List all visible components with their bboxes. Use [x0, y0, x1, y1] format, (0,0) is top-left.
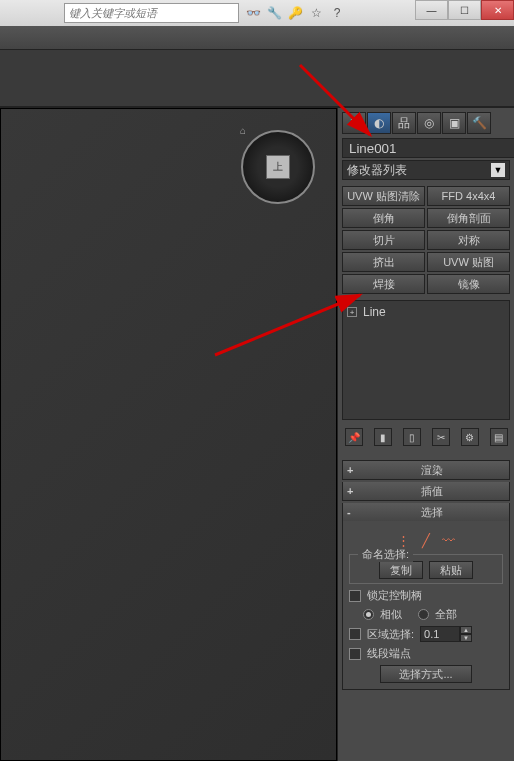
modifier-stack[interactable]: + Line: [342, 300, 510, 420]
sun-icon: ✳: [349, 116, 359, 130]
btn-uvw-clear[interactable]: UVW 贴图清除: [342, 186, 425, 206]
area-select-checkbox[interactable]: [349, 628, 361, 640]
tab-motion[interactable]: ◎: [417, 112, 441, 134]
plus-icon: +: [347, 464, 359, 476]
stack-item-line[interactable]: + Line: [347, 305, 505, 319]
command-panel: ✳ ◐ 品 ◎ ▣ 🔨 修改器列表 ▼ UVW 贴图清除 FFD 4x4x4 倒…: [337, 108, 514, 761]
tab-hierarchy[interactable]: 品: [392, 112, 416, 134]
hierarchy-icon: 品: [398, 115, 410, 132]
area-select-input[interactable]: [420, 626, 460, 642]
segment-end-row: 线段端点: [349, 646, 503, 661]
btn-mirror[interactable]: 镜像: [427, 274, 510, 294]
rollout-render: + 渲染: [342, 460, 510, 480]
spinner-down-icon[interactable]: ▼: [460, 634, 472, 642]
btn-symmetry[interactable]: 对称: [427, 230, 510, 250]
rollout-select-title: 选择: [359, 505, 505, 520]
rollout-render-header[interactable]: + 渲染: [343, 461, 509, 479]
area-select-spinner[interactable]: ▲ ▼: [420, 626, 472, 642]
object-name-input[interactable]: [342, 138, 514, 158]
modifier-buttons: UVW 贴图清除 FFD 4x4x4 倒角 倒角剖面 切片 对称 挤出 UVW …: [342, 186, 510, 294]
named-selection-fieldset: 命名选择: 复制 粘贴: [349, 554, 503, 584]
segment-end-label: 线段端点: [367, 646, 411, 661]
pin-stack-icon[interactable]: 📌: [345, 428, 363, 446]
lock-handles-row: 锁定控制柄: [349, 588, 503, 603]
rainbow-icon: ◐: [374, 116, 384, 130]
show-result-icon[interactable]: ▮: [374, 428, 392, 446]
area-select-row: 区域选择: ▲ ▼: [349, 626, 503, 642]
make-unique-icon[interactable]: ▯: [403, 428, 421, 446]
segment-icon[interactable]: ╱: [422, 533, 430, 548]
plus-icon: +: [347, 485, 359, 497]
viewcube[interactable]: ⌂ 上: [238, 127, 318, 207]
btn-ffd[interactable]: FFD 4x4x4: [427, 186, 510, 206]
btn-chamfer-profile[interactable]: 倒角剖面: [427, 208, 510, 228]
select-mode-button[interactable]: 选择方式...: [380, 665, 471, 683]
segment-end-checkbox[interactable]: [349, 648, 361, 660]
configure-sets-icon[interactable]: ⚙: [461, 428, 479, 446]
toolbar-area: [0, 50, 514, 106]
search-input[interactable]: [64, 3, 239, 23]
radio-similar-label: 相似: [380, 607, 402, 622]
display-icon: ▣: [449, 116, 460, 130]
viewcube-face[interactable]: 上: [266, 155, 290, 179]
subobject-icons: ⋮ ╱ 〰: [349, 533, 503, 548]
rollout-select-body: ⋮ ╱ 〰 命名选择: 复制 粘贴 锁定控制柄 相似: [343, 521, 509, 689]
minimize-button[interactable]: —: [415, 0, 448, 20]
stack-tools: 📌 ▮ ▯ ✂ ⚙ ▤: [342, 428, 510, 448]
lock-handles-radios: 相似 全部: [363, 607, 503, 622]
rollout-interp: + 插值: [342, 482, 510, 501]
stack-item-label: Line: [363, 305, 386, 319]
radio-all[interactable]: [418, 609, 429, 620]
wrench-icon[interactable]: 🔧: [266, 5, 282, 21]
viewport[interactable]: ⌂ 上: [0, 108, 337, 761]
viewcube-home-icon[interactable]: ⌂: [240, 125, 252, 137]
named-selection-legend: 命名选择:: [358, 547, 413, 562]
menubar: [0, 26, 514, 50]
star-icon[interactable]: ☆: [308, 5, 324, 21]
spline-icon[interactable]: 〰: [442, 533, 455, 548]
btn-weld[interactable]: 焊接: [342, 274, 425, 294]
tab-create[interactable]: ✳: [342, 112, 366, 134]
lock-handles-label: 锁定控制柄: [367, 588, 422, 603]
select-mode-row: 选择方式...: [349, 665, 503, 683]
vertex-icon[interactable]: ⋮: [397, 533, 410, 548]
paste-button[interactable]: 粘贴: [429, 561, 473, 579]
toolbar-icons: 👓 🔧 🔑 ☆ ?: [245, 5, 345, 21]
help-icon[interactable]: ?: [329, 5, 345, 21]
rollout-select-header[interactable]: - 选择: [343, 503, 509, 521]
copy-button[interactable]: 复制: [379, 561, 423, 579]
hammer-icon: 🔨: [472, 116, 487, 130]
content-area: ⌂ 上 ✳ ◐ 品 ◎ ▣ 🔨 修改器列表 ▼ UVW 贴图清除 FFD 4x4…: [0, 108, 514, 761]
btn-uvw-map[interactable]: UVW 贴图: [427, 252, 510, 272]
expand-icon[interactable]: +: [347, 307, 357, 317]
titlebar: 👓 🔧 🔑 ☆ ? — ☐ ✕: [0, 0, 514, 26]
area-select-label: 区域选择:: [367, 627, 414, 642]
lock-handles-checkbox[interactable]: [349, 590, 361, 602]
tab-display[interactable]: ▣: [442, 112, 466, 134]
minus-icon: -: [347, 506, 359, 518]
remove-modifier-icon[interactable]: ✂: [432, 428, 450, 446]
motion-icon: ◎: [424, 116, 434, 130]
rollout-select: - 选择 ⋮ ╱ 〰 命名选择: 复制 粘贴 锁: [342, 503, 510, 690]
btn-chamfer[interactable]: 倒角: [342, 208, 425, 228]
key-icon[interactable]: 🔑: [287, 5, 303, 21]
radio-similar[interactable]: [363, 609, 374, 620]
binoculars-icon[interactable]: 👓: [245, 5, 261, 21]
command-tabs: ✳ ◐ 品 ◎ ▣ 🔨: [342, 112, 510, 134]
object-name-row: [342, 138, 510, 158]
end-result-icon[interactable]: ▤: [490, 428, 508, 446]
tab-modify[interactable]: ◐: [367, 112, 391, 134]
radio-all-label: 全部: [435, 607, 457, 622]
modifier-list-label: 修改器列表: [347, 162, 407, 179]
btn-slice[interactable]: 切片: [342, 230, 425, 250]
window-controls: — ☐ ✕: [415, 0, 514, 20]
close-button[interactable]: ✕: [481, 0, 514, 20]
rollout-interp-title: 插值: [359, 484, 505, 499]
btn-extrude[interactable]: 挤出: [342, 252, 425, 272]
rollout-interp-header[interactable]: + 插值: [343, 482, 509, 500]
rollout-render-title: 渲染: [359, 463, 505, 478]
modifier-list-dropdown[interactable]: 修改器列表 ▼: [342, 160, 510, 180]
spinner-up-icon[interactable]: ▲: [460, 626, 472, 634]
tab-utilities[interactable]: 🔨: [467, 112, 491, 134]
maximize-button[interactable]: ☐: [448, 0, 481, 20]
